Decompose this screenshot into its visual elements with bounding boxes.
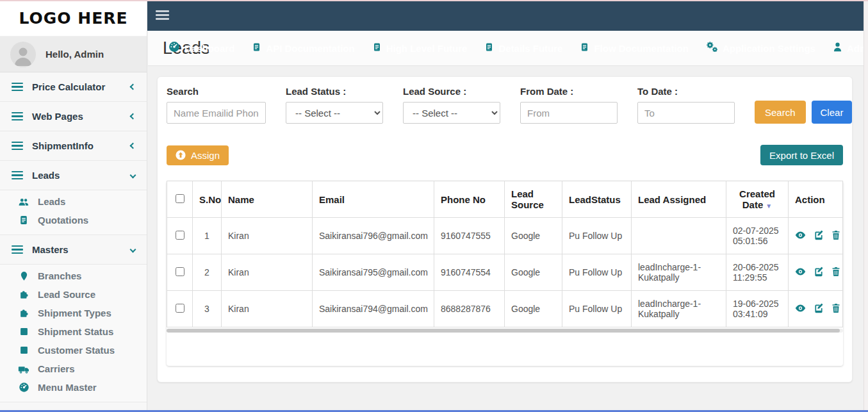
sidebar-subitem-menu-master[interactable]: Menu Master	[0, 378, 147, 397]
sort-desc-icon[interactable]: ▼	[766, 202, 772, 210]
edit-icon[interactable]	[814, 267, 824, 279]
sidebar-item-leads[interactable]: Leads	[0, 161, 147, 190]
chevron-down-icon	[130, 247, 136, 253]
nav-item-admin[interactable]: Admin	[833, 42, 868, 54]
horizontal-scrollbar-thumb[interactable]	[167, 329, 840, 333]
nav-item-label: High Level Future	[386, 43, 468, 54]
chevron-down-icon	[130, 172, 136, 179]
name-cell: Kiran	[222, 291, 313, 327]
delete-icon[interactable]	[831, 230, 840, 242]
select-all-checkbox[interactable]	[176, 194, 184, 203]
puzzle-icon	[18, 289, 29, 301]
col-header-email[interactable]: Email	[313, 181, 434, 218]
table-header-row: S.No. Name Email Phone No Lead Source Le…	[167, 181, 843, 218]
sidebar-subitem-carriers[interactable]: Carriers	[0, 359, 147, 378]
bars-icon	[12, 83, 23, 92]
dashboard-icon	[168, 41, 180, 55]
sno-cell: 1	[193, 218, 222, 254]
search-input[interactable]	[167, 102, 266, 124]
sidebar-subitem-shipment-status[interactable]: Shipment Status	[0, 322, 147, 341]
row-checkbox[interactable]	[176, 304, 184, 313]
nav-item-application-settings[interactable]: Application Settings	[706, 41, 815, 55]
delete-icon[interactable]	[831, 267, 840, 279]
row-checkbox[interactable]	[176, 231, 184, 240]
to-date-input[interactable]	[637, 102, 735, 124]
col-header-sno[interactable]: S.No.	[193, 181, 222, 218]
chevron-left-icon	[130, 143, 136, 149]
col-header-phone[interactable]: Phone No	[434, 181, 505, 218]
sidebar-item-price-calculator[interactable]: Price Calculator	[0, 72, 147, 102]
sidebar-subitem-lead-source[interactable]: Lead Source	[0, 285, 147, 304]
sidebar-item-web-pages[interactable]: Web Pages	[0, 102, 147, 131]
name-cell: Kiran	[222, 218, 313, 254]
gears-icon	[706, 41, 718, 55]
user-panel: Hello, Admin	[0, 37, 147, 72]
hamburger-menu-icon[interactable]	[156, 10, 169, 20]
view-icon[interactable]	[795, 267, 806, 278]
arrow-up-circle-icon	[176, 150, 186, 160]
nav-item-api-documentation[interactable]: API Documentation	[252, 42, 354, 55]
search-button[interactable]: Search	[755, 101, 806, 124]
col-header-lead-assigned[interactable]: Lead Assigned	[632, 181, 726, 218]
sidebar-item-masters[interactable]: Masters	[0, 235, 147, 265]
name-cell: Kiran	[222, 254, 313, 291]
nav-item-dashboard[interactable]: Dashboard	[168, 41, 234, 55]
row-select-cell	[167, 218, 193, 254]
lead-assigned-cell: leadIncharge-1-Kukatpally	[632, 254, 726, 291]
row-select-cell	[167, 291, 193, 327]
col-header-lead-source[interactable]: Lead Source	[505, 181, 562, 218]
nav-item-details-future[interactable]: Details Future	[484, 42, 562, 55]
nav-item-flow-documentation[interactable]: Flow Documentation	[580, 42, 689, 55]
delete-icon[interactable]	[831, 303, 840, 315]
lead-assigned-cell	[632, 218, 726, 254]
view-icon[interactable]	[795, 304, 806, 315]
filter-to-date: To Date :	[637, 86, 735, 124]
leads-table-panel: S.No. Name Email Phone No Lead Source Le…	[167, 181, 843, 366]
filter-from-date: From Date :	[520, 86, 618, 124]
edit-icon[interactable]	[814, 230, 824, 242]
created-date-cell: 02-07-2025 05:01:56	[726, 218, 789, 254]
phone-cell: 9160747554	[434, 254, 505, 291]
assign-button[interactable]: Assign	[167, 145, 229, 165]
edit-icon[interactable]	[814, 303, 824, 315]
sidebar-item-shipmentinfo[interactable]: ShipmentInfo	[0, 131, 147, 161]
clear-button[interactable]: Clear	[812, 101, 853, 124]
bars-icon	[12, 112, 23, 121]
row-select-cell	[167, 254, 193, 291]
lead-source-label: Lead Source :	[403, 86, 500, 97]
sidebar-subitem-shipment-types[interactable]: Shipment Types	[0, 304, 147, 322]
sidebar-masters-sublist: Branches Lead Source Shipment Types Ship…	[0, 265, 147, 402]
file-icon	[580, 42, 589, 55]
lead-source-cell: Google	[505, 254, 562, 291]
created-date-cell: 19-06-2025 03:41:09	[726, 291, 789, 327]
lead-source-select[interactable]: -- Select --	[403, 102, 500, 124]
sidebar-subitem-label: Quotations	[38, 215, 88, 226]
email-cell: Saikiransai796@gmail.com	[313, 218, 434, 254]
col-header-created-date[interactable]: Created Date▼	[726, 181, 789, 218]
nav-item-label: Dashboard	[184, 43, 234, 54]
row-checkbox[interactable]	[176, 267, 184, 276]
sidebar-subitem-branches[interactable]: Branches	[0, 267, 147, 285]
nav-item-high-level-future[interactable]: High Level Future	[372, 42, 468, 55]
file-icon	[252, 42, 261, 55]
horizontal-scrollbar[interactable]	[167, 329, 843, 333]
window-top-edge	[0, 0, 868, 1]
nav-item-label: Flow Documentation	[594, 43, 689, 54]
sidebar-subitem-quotations[interactable]: Quotations	[0, 211, 147, 229]
avatar	[10, 42, 36, 67]
vertical-scrollbar-track[interactable]	[864, 0, 868, 412]
email-cell: Saikiransai795@gmail.com	[313, 254, 434, 291]
sidebar: LOGO HERE Hello, Admin Price Calculator …	[0, 0, 147, 412]
col-header-lead-status[interactable]: LeadStatus	[562, 181, 632, 218]
sidebar-subitem-label: Carriers	[38, 363, 75, 374]
filter-search: Search	[167, 86, 266, 124]
view-icon[interactable]	[795, 231, 806, 242]
lead-source-cell: Google	[505, 291, 562, 327]
sidebar-subitem-leads[interactable]: Leads	[0, 192, 147, 211]
from-date-input[interactable]	[520, 102, 618, 124]
sidebar-subitem-customer-status[interactable]: Customer Status	[0, 341, 147, 359]
bars-icon	[12, 171, 23, 180]
lead-status-select[interactable]: -- Select --	[286, 102, 383, 124]
col-header-name[interactable]: Name	[222, 181, 313, 218]
export-to-excel-button[interactable]: Export to Excel	[760, 145, 843, 165]
